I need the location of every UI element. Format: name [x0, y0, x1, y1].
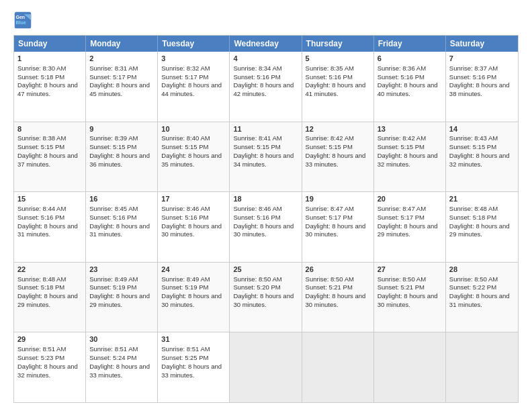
- day-cell-18: 18Sunrise: 8:46 AMSunset: 5:16 PMDayligh…: [230, 192, 302, 262]
- sunset-text: Sunset: 5:16 PM: [306, 73, 353, 81]
- sunset-text: Sunset: 5:17 PM: [161, 73, 208, 81]
- sunrise-text: Sunrise: 8:32 AM: [161, 64, 210, 72]
- day-number: 5: [306, 54, 370, 64]
- sunset-text: Sunset: 5:25 PM: [161, 354, 208, 361]
- daylight-text: Daylight: 8 hours and 29 minutes.: [89, 292, 150, 308]
- day-cell-31: 31Sunrise: 8:51 AMSunset: 5:25 PMDayligh…: [158, 332, 230, 402]
- day-cell-30: 30Sunrise: 8:51 AMSunset: 5:24 PMDayligh…: [86, 332, 158, 402]
- sunset-text: Sunset: 5:15 PM: [17, 143, 64, 150]
- sunrise-text: Sunrise: 8:49 AM: [161, 275, 210, 283]
- sunset-text: Sunset: 5:19 PM: [89, 283, 136, 291]
- day-number: 21: [449, 194, 515, 204]
- sunrise-text: Sunrise: 8:30 AM: [17, 64, 66, 72]
- sunrise-text: Sunrise: 8:37 AM: [449, 64, 498, 72]
- day-cell-9: 9Sunrise: 8:39 AMSunset: 5:15 PMDaylight…: [86, 122, 158, 192]
- day-number: 4: [233, 54, 298, 64]
- calendar-body: 1Sunrise: 8:30 AMSunset: 5:18 PMDaylight…: [14, 52, 518, 402]
- empty-cell: [374, 332, 446, 402]
- day-cell-2: 2Sunrise: 8:31 AMSunset: 5:17 PMDaylight…: [86, 52, 158, 122]
- daylight-text: Daylight: 8 hours and 31 minutes.: [17, 222, 78, 238]
- day-cell-14: 14Sunrise: 8:43 AMSunset: 5:15 PMDayligh…: [446, 122, 518, 192]
- sunset-text: Sunset: 5:15 PM: [306, 143, 353, 150]
- sunset-text: Sunset: 5:16 PM: [449, 73, 496, 81]
- day-cell-23: 23Sunrise: 8:49 AMSunset: 5:19 PMDayligh…: [86, 263, 158, 332]
- sunset-text: Sunset: 5:23 PM: [17, 354, 64, 361]
- header-day-friday: Friday: [374, 36, 446, 52]
- day-number: 11: [233, 124, 298, 134]
- sunrise-text: Sunrise: 8:47 AM: [306, 205, 354, 212]
- sunrise-text: Sunrise: 8:39 AM: [89, 134, 138, 142]
- sunset-text: Sunset: 5:17 PM: [89, 73, 136, 81]
- day-number: 15: [17, 194, 82, 204]
- day-number: 27: [378, 265, 442, 275]
- sunrise-text: Sunrise: 8:48 AM: [449, 205, 498, 212]
- daylight-text: Daylight: 8 hours and 32 minutes.: [17, 363, 78, 379]
- sunrise-text: Sunrise: 8:46 AM: [161, 205, 210, 212]
- sunset-text: Sunset: 5:15 PM: [378, 143, 425, 150]
- sunrise-text: Sunrise: 8:35 AM: [306, 64, 354, 72]
- daylight-text: Daylight: 8 hours and 32 minutes.: [378, 152, 438, 168]
- day-cell-21: 21Sunrise: 8:48 AMSunset: 5:18 PMDayligh…: [446, 192, 518, 262]
- calendar-week-4: 22Sunrise: 8:48 AMSunset: 5:18 PMDayligh…: [14, 263, 518, 333]
- day-cell-12: 12Sunrise: 8:42 AMSunset: 5:15 PMDayligh…: [302, 122, 374, 192]
- sunrise-text: Sunrise: 8:50 AM: [449, 275, 498, 283]
- day-number: 8: [17, 124, 82, 134]
- daylight-text: Daylight: 8 hours and 30 minutes.: [161, 292, 222, 308]
- sunset-text: Sunset: 5:15 PM: [233, 143, 280, 150]
- calendar-week-1: 1Sunrise: 8:30 AMSunset: 5:18 PMDaylight…: [14, 52, 518, 122]
- header-day-tuesday: Tuesday: [158, 36, 230, 52]
- header-day-thursday: Thursday: [302, 36, 374, 52]
- sunset-text: Sunset: 5:18 PM: [449, 214, 496, 221]
- header-day-saturday: Saturday: [446, 36, 518, 52]
- day-cell-26: 26Sunrise: 8:50 AMSunset: 5:21 PMDayligh…: [302, 263, 374, 332]
- daylight-text: Daylight: 8 hours and 34 minutes.: [233, 152, 294, 168]
- svg-text:Blue: Blue: [16, 20, 26, 25]
- sunrise-text: Sunrise: 8:40 AM: [161, 134, 210, 142]
- svg-text:Gen: Gen: [16, 15, 26, 19]
- daylight-text: Daylight: 8 hours and 38 minutes.: [449, 81, 510, 97]
- header-day-sunday: Sunday: [14, 36, 86, 52]
- day-cell-29: 29Sunrise: 8:51 AMSunset: 5:23 PMDayligh…: [14, 332, 86, 402]
- daylight-text: Daylight: 8 hours and 33 minutes.: [306, 152, 366, 168]
- logo: Gen Blue: [13, 11, 35, 30]
- sunset-text: Sunset: 5:16 PM: [89, 214, 136, 221]
- daylight-text: Daylight: 8 hours and 36 minutes.: [89, 152, 150, 168]
- day-number: 19: [306, 194, 370, 204]
- day-cell-22: 22Sunrise: 8:48 AMSunset: 5:18 PMDayligh…: [14, 263, 86, 332]
- daylight-text: Daylight: 8 hours and 32 minutes.: [449, 152, 510, 168]
- daylight-text: Daylight: 8 hours and 31 minutes.: [449, 292, 510, 308]
- sunset-text: Sunset: 5:17 PM: [306, 214, 353, 221]
- sunset-text: Sunset: 5:15 PM: [449, 143, 496, 150]
- day-cell-17: 17Sunrise: 8:46 AMSunset: 5:16 PMDayligh…: [158, 192, 230, 262]
- sunset-text: Sunset: 5:16 PM: [378, 73, 425, 81]
- sunrise-text: Sunrise: 8:38 AM: [17, 134, 66, 142]
- sunset-text: Sunset: 5:17 PM: [378, 214, 425, 221]
- day-cell-19: 19Sunrise: 8:47 AMSunset: 5:17 PMDayligh…: [302, 192, 374, 262]
- sunrise-text: Sunrise: 8:48 AM: [17, 275, 66, 283]
- header-day-monday: Monday: [86, 36, 158, 52]
- daylight-text: Daylight: 8 hours and 40 minutes.: [378, 81, 438, 97]
- calendar-page: Gen Blue SundayMondayTuesdayWednesdayThu…: [0, 0, 532, 411]
- sunrise-text: Sunrise: 8:42 AM: [378, 134, 426, 142]
- day-cell-16: 16Sunrise: 8:45 AMSunset: 5:16 PMDayligh…: [86, 192, 158, 262]
- sunrise-text: Sunrise: 8:49 AM: [89, 275, 138, 283]
- daylight-text: Daylight: 8 hours and 30 minutes.: [233, 292, 294, 308]
- calendar-header: SundayMondayTuesdayWednesdayThursdayFrid…: [14, 36, 518, 52]
- calendar-week-2: 8Sunrise: 8:38 AMSunset: 5:15 PMDaylight…: [14, 122, 518, 193]
- daylight-text: Daylight: 8 hours and 33 minutes.: [161, 363, 222, 379]
- sunrise-text: Sunrise: 8:47 AM: [378, 205, 426, 212]
- sunset-text: Sunset: 5:20 PM: [233, 283, 280, 291]
- sunrise-text: Sunrise: 8:51 AM: [89, 345, 138, 353]
- daylight-text: Daylight: 8 hours and 41 minutes.: [306, 81, 366, 97]
- day-cell-27: 27Sunrise: 8:50 AMSunset: 5:21 PMDayligh…: [374, 263, 446, 332]
- day-number: 24: [161, 265, 226, 275]
- empty-cell: [230, 332, 302, 402]
- daylight-text: Daylight: 8 hours and 47 minutes.: [17, 81, 78, 97]
- day-number: 26: [306, 265, 370, 275]
- day-cell-8: 8Sunrise: 8:38 AMSunset: 5:15 PMDaylight…: [14, 122, 86, 192]
- daylight-text: Daylight: 8 hours and 29 minutes.: [378, 222, 438, 238]
- day-number: 6: [378, 54, 442, 64]
- day-number: 23: [89, 265, 154, 275]
- day-number: 29: [17, 334, 82, 345]
- day-number: 17: [161, 194, 226, 204]
